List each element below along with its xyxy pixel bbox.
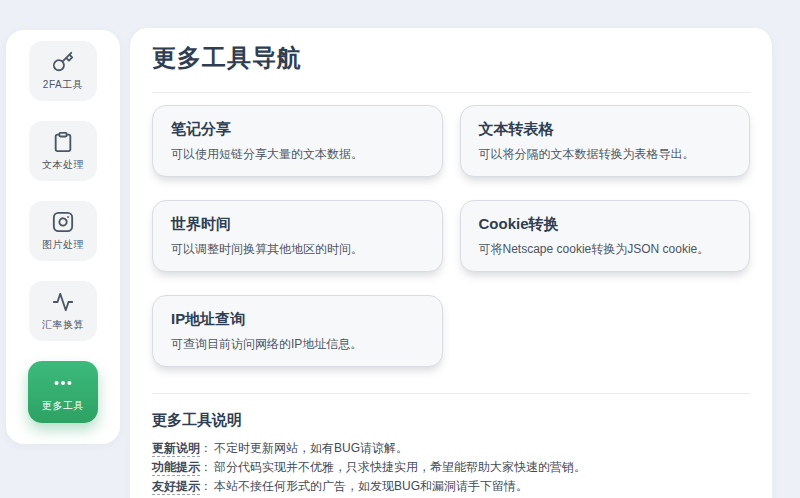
sidebar-item-2fa-tools[interactable]: 2FA工具 [29, 41, 97, 101]
sidebar-item-label: 图片处理 [42, 238, 84, 252]
note-text: 本站不接任何形式的广告，如发现BUG和漏洞请手下留情。 [214, 479, 528, 493]
card-ip-lookup[interactable]: IP地址查询 可查询目前访问网络的IP地址信息。 [152, 295, 443, 367]
card-title: IP地址查询 [171, 310, 424, 329]
note-line-friendly: 友好提示：本站不接任何形式的广告，如发现BUG和漏洞请手下留情。 [152, 479, 750, 494]
notes-heading: 更多工具说明 [152, 411, 750, 430]
card-world-time[interactable]: 世界时间 可以调整时间换算其他地区的时间。 [152, 200, 443, 272]
note-line-feature: 功能提示：部分代码实现并不优雅，只求快捷实用，希望能帮助大家快速的营销。 [152, 460, 750, 475]
note-separator: ： [200, 441, 212, 455]
note-text: 部分代码实现并不优雅，只求快捷实用，希望能帮助大家快速的营销。 [214, 460, 586, 474]
card-desc: 可以使用短链分享大量的文本数据。 [171, 146, 424, 163]
card-title: Cookie转换 [479, 215, 732, 234]
card-title: 文本转表格 [479, 120, 732, 139]
sidebar-item-label: 文本处理 [42, 158, 84, 172]
clipboard-icon [52, 131, 74, 153]
main-panel: 更多工具导航 笔记分享 可以使用短链分享大量的文本数据。 文本转表格 可以将分隔… [130, 28, 772, 498]
card-note-share[interactable]: 笔记分享 可以使用短链分享大量的文本数据。 [152, 105, 443, 177]
note-label: 更新说明 [152, 441, 200, 457]
card-desc: 可以将分隔的文本数据转换为表格导出。 [479, 146, 732, 163]
sidebar-item-label: 汇率换算 [42, 318, 84, 332]
card-text-to-table[interactable]: 文本转表格 可以将分隔的文本数据转换为表格导出。 [460, 105, 751, 177]
card-desc: 可将Netscape cookie转换为JSON cookie。 [479, 241, 732, 258]
note-line-update: 更新说明：不定时更新网站，如有BUG请谅解。 [152, 441, 750, 456]
sidebar-item-image-processing[interactable]: 图片处理 [29, 201, 97, 261]
sidebar-item-more-tools[interactable]: 更多工具 [28, 361, 98, 423]
card-title: 世界时间 [171, 215, 424, 234]
sidebar-item-text-processing[interactable]: 文本处理 [29, 121, 97, 181]
note-text: 不定时更新网站，如有BUG请谅解。 [214, 441, 408, 455]
activity-icon [52, 291, 74, 313]
title-divider [152, 92, 750, 93]
page-title: 更多工具导航 [152, 42, 750, 74]
section-divider [152, 393, 750, 394]
sidebar-item-exchange-rate[interactable]: 汇率换算 [29, 281, 97, 341]
note-separator: ： [200, 460, 212, 474]
sidebar: 2FA工具 文本处理 图片处理 汇率换算 更多工具 [6, 30, 120, 444]
note-label: 功能提示 [152, 460, 200, 476]
card-desc: 可查询目前访问网络的IP地址信息。 [171, 336, 424, 353]
key-icon [52, 51, 74, 73]
tool-card-grid: 笔记分享 可以使用短链分享大量的文本数据。 文本转表格 可以将分隔的文本数据转换… [152, 105, 750, 367]
image-icon [52, 211, 74, 233]
card-cookie-convert[interactable]: Cookie转换 可将Netscape cookie转换为JSON cookie… [460, 200, 751, 272]
card-desc: 可以调整时间换算其他地区的时间。 [171, 241, 424, 258]
ellipsis-icon [52, 372, 74, 394]
card-title: 笔记分享 [171, 120, 424, 139]
note-label: 友好提示 [152, 479, 200, 495]
sidebar-item-label: 2FA工具 [43, 78, 83, 92]
sidebar-item-label: 更多工具 [42, 399, 84, 413]
note-separator: ： [200, 479, 212, 493]
